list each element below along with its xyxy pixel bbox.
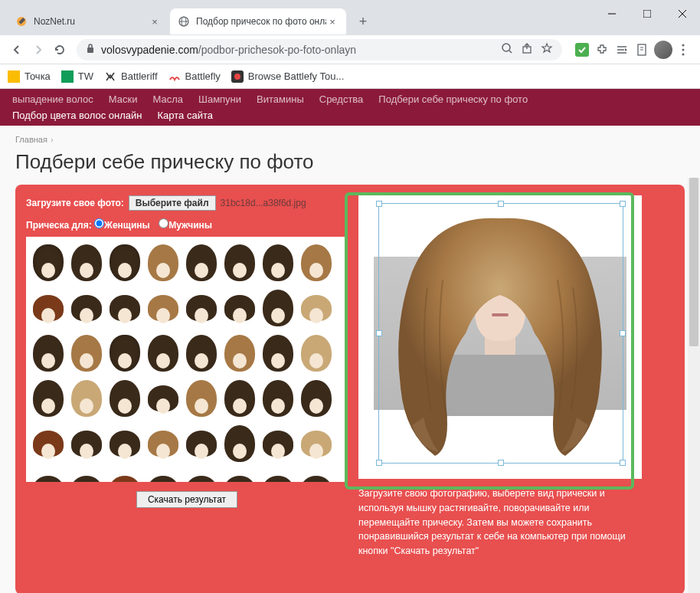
hair-option[interactable] bbox=[107, 332, 142, 374]
hair-option[interactable] bbox=[107, 422, 142, 464]
nav-link[interactable]: Шампуни bbox=[198, 93, 241, 105]
share-icon[interactable] bbox=[521, 42, 533, 57]
hair-option[interactable] bbox=[31, 241, 66, 283]
preview-canvas[interactable] bbox=[358, 195, 642, 479]
bookmark-item[interactable]: Battleriff bbox=[104, 70, 157, 83]
hair-option[interactable] bbox=[260, 332, 296, 374]
extension-icon[interactable] bbox=[634, 42, 649, 57]
nav-link[interactable]: Подбор цвета волос онлайн bbox=[12, 110, 142, 121]
star-icon[interactable] bbox=[541, 42, 553, 57]
hair-option[interactable] bbox=[31, 287, 66, 329]
hair-option[interactable] bbox=[260, 241, 296, 283]
hair-option[interactable] bbox=[146, 287, 181, 329]
hair-option[interactable] bbox=[260, 377, 296, 419]
hair-option[interactable] bbox=[184, 241, 219, 283]
nav-link[interactable]: Масла bbox=[152, 93, 183, 105]
hair-option[interactable] bbox=[146, 332, 181, 374]
extension-icon[interactable] bbox=[614, 42, 630, 57]
gender-male-radio[interactable] bbox=[159, 218, 168, 228]
forward-button[interactable] bbox=[28, 39, 49, 61]
hair-option[interactable] bbox=[222, 332, 257, 374]
maximize-button[interactable] bbox=[630, 0, 665, 28]
resize-handle[interactable] bbox=[498, 201, 504, 207]
tab-noznet[interactable]: NozNet.ru × bbox=[8, 8, 168, 34]
hair-option[interactable] bbox=[146, 377, 181, 419]
resize-handle[interactable] bbox=[376, 460, 382, 466]
tab-close-icon[interactable]: × bbox=[149, 15, 161, 28]
tab-close-icon[interactable]: × bbox=[326, 15, 339, 28]
resize-handle[interactable] bbox=[376, 330, 382, 336]
resize-handle[interactable] bbox=[620, 460, 626, 466]
hair-option[interactable] bbox=[184, 377, 219, 419]
nav-link[interactable]: Подбери себе прическу по фото bbox=[378, 93, 528, 105]
hair-option[interactable] bbox=[299, 287, 334, 329]
hair-option[interactable] bbox=[184, 332, 219, 374]
resize-handle[interactable] bbox=[376, 201, 382, 207]
profile-avatar[interactable] bbox=[654, 41, 672, 59]
hair-option[interactable] bbox=[31, 422, 66, 464]
hair-option[interactable] bbox=[146, 467, 181, 482]
hair-option[interactable] bbox=[31, 332, 66, 374]
reload-button[interactable] bbox=[49, 39, 70, 61]
selection-box[interactable] bbox=[378, 203, 623, 464]
hair-option[interactable] bbox=[146, 241, 181, 283]
hair-option[interactable] bbox=[107, 467, 142, 482]
hairstyle-grid[interactable] bbox=[26, 237, 348, 482]
url-input[interactable]: volosvypadenie.com/podbor-prichesok-po-f… bbox=[77, 39, 562, 61]
page-scrollbar[interactable] bbox=[688, 178, 700, 593]
extension-icon[interactable] bbox=[594, 42, 610, 57]
hair-option[interactable] bbox=[69, 422, 104, 464]
hair-option[interactable] bbox=[31, 467, 66, 482]
hair-option[interactable] bbox=[222, 287, 257, 329]
hair-option[interactable] bbox=[222, 422, 257, 464]
hair-option[interactable] bbox=[69, 287, 104, 329]
hair-option[interactable] bbox=[69, 467, 104, 482]
nav-link[interactable]: Средства bbox=[319, 93, 364, 105]
back-button[interactable] bbox=[6, 39, 28, 61]
extension-icon[interactable] bbox=[574, 42, 590, 57]
hair-option[interactable] bbox=[107, 287, 142, 329]
hair-option[interactable] bbox=[222, 467, 257, 482]
scrollbar-thumb[interactable] bbox=[689, 178, 698, 346]
hair-option[interactable] bbox=[222, 241, 257, 283]
bookmark-item[interactable]: Browse Battlefy Tou... bbox=[231, 70, 345, 83]
breadcrumb-home[interactable]: Главная bbox=[15, 135, 47, 144]
hair-option[interactable] bbox=[146, 422, 181, 464]
resize-handle[interactable] bbox=[620, 330, 626, 336]
bookmark-item[interactable]: Точка bbox=[8, 70, 51, 83]
hair-option[interactable] bbox=[299, 422, 334, 464]
hair-option[interactable] bbox=[69, 241, 104, 283]
gender-male-label[interactable]: Мужчины bbox=[168, 220, 212, 231]
minimize-button[interactable] bbox=[594, 0, 630, 28]
zoom-icon[interactable] bbox=[501, 42, 513, 57]
browser-menu-button[interactable] bbox=[672, 39, 694, 61]
hair-option[interactable] bbox=[222, 377, 257, 419]
file-select-button[interactable]: Выберите файл bbox=[129, 195, 216, 211]
hair-option[interactable] bbox=[107, 241, 142, 283]
hair-option[interactable] bbox=[184, 467, 219, 482]
hair-option[interactable] bbox=[299, 467, 334, 482]
hair-option[interactable] bbox=[184, 422, 219, 464]
hair-option[interactable] bbox=[107, 377, 142, 419]
hair-option[interactable] bbox=[299, 332, 334, 374]
hair-option[interactable] bbox=[260, 422, 296, 464]
nav-link[interactable]: выпадение волос bbox=[12, 93, 93, 105]
hair-option[interactable] bbox=[69, 332, 104, 374]
nav-link[interactable]: Маски bbox=[109, 93, 138, 105]
hair-option[interactable] bbox=[260, 467, 296, 482]
bookmark-item[interactable]: TW bbox=[61, 70, 93, 83]
hair-option[interactable] bbox=[184, 287, 219, 329]
hair-option[interactable] bbox=[69, 377, 104, 419]
resize-handle[interactable] bbox=[620, 201, 626, 207]
new-tab-button[interactable]: + bbox=[352, 11, 374, 32]
hair-option[interactable] bbox=[31, 377, 66, 419]
resize-handle[interactable] bbox=[498, 460, 504, 466]
download-button[interactable]: Скачать результат bbox=[136, 491, 237, 508]
hair-option[interactable] bbox=[299, 377, 334, 419]
bookmark-item[interactable]: Battlefly bbox=[168, 70, 221, 83]
close-button[interactable] bbox=[665, 0, 700, 28]
gender-female-radio[interactable] bbox=[94, 218, 104, 228]
gender-female-label[interactable]: Женщины bbox=[104, 220, 150, 231]
tab-active[interactable]: Подбор причесок по фото онла × bbox=[170, 8, 346, 34]
nav-link[interactable]: Витамины bbox=[257, 93, 304, 105]
